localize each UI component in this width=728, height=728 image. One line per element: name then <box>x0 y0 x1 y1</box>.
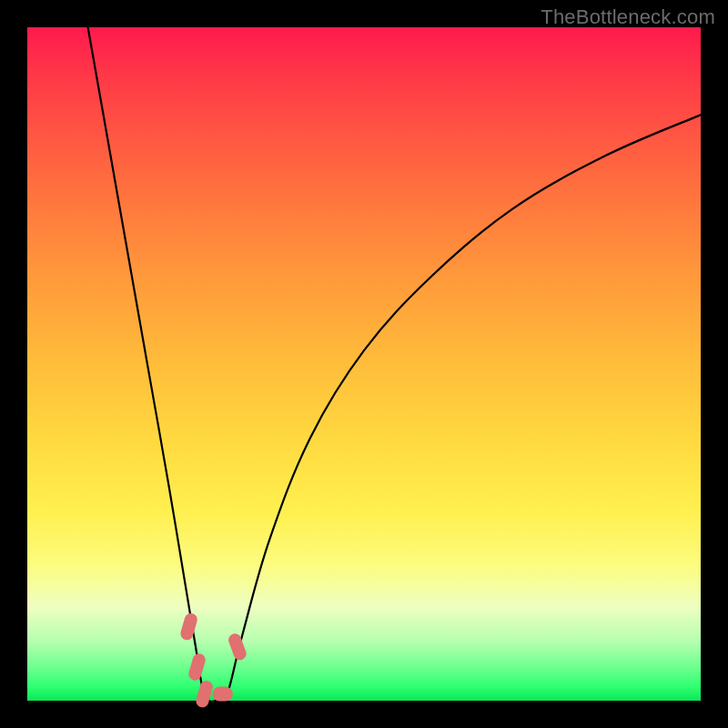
marker-bottom-left <box>195 679 215 709</box>
marker-left-upper <box>179 612 199 642</box>
marker-bottom-right <box>213 687 233 702</box>
curve-markers <box>179 612 248 709</box>
bottleneck-curve <box>88 27 701 702</box>
watermark-text: TheBottleneck.com <box>541 5 715 29</box>
plot-area <box>27 27 701 701</box>
chart-frame: TheBottleneck.com <box>0 0 728 728</box>
curve-layer <box>27 27 701 701</box>
marker-right <box>227 632 248 662</box>
marker-left-lower <box>187 652 207 682</box>
